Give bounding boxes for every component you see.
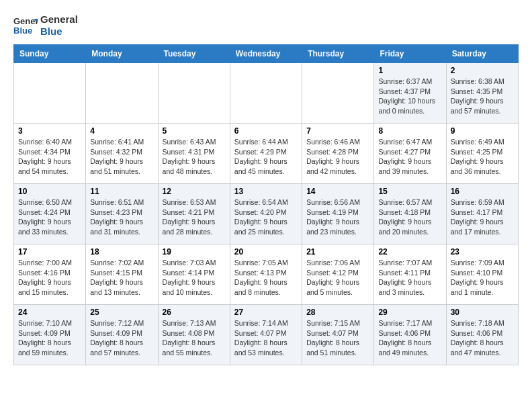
- calendar-cell: 2Sunrise: 6:38 AM Sunset: 4:35 PM Daylig…: [446, 63, 518, 124]
- calendar-cell: 14Sunrise: 6:56 AM Sunset: 4:19 PM Dayli…: [302, 184, 374, 244]
- day-number: 29: [378, 308, 441, 317]
- day-number: 24: [18, 308, 81, 317]
- weekday-wednesday: Wednesday: [230, 45, 302, 63]
- day-info: Sunrise: 7:00 AM Sunset: 4:16 PM Dayligh…: [18, 258, 81, 298]
- day-info: Sunrise: 6:43 AM Sunset: 4:31 PM Dayligh…: [163, 137, 226, 177]
- day-info: Sunrise: 6:50 AM Sunset: 4:24 PM Dayligh…: [18, 197, 81, 237]
- day-number: 30: [451, 308, 514, 317]
- day-info: Sunrise: 6:47 AM Sunset: 4:27 PM Dayligh…: [378, 137, 441, 177]
- day-info: Sunrise: 6:51 AM Sunset: 4:23 PM Dayligh…: [90, 197, 153, 237]
- calendar-cell: 9Sunrise: 6:49 AM Sunset: 4:25 PM Daylig…: [446, 124, 518, 184]
- day-number: 28: [306, 308, 369, 317]
- calendar-cell: 7Sunrise: 6:46 AM Sunset: 4:28 PM Daylig…: [302, 124, 374, 184]
- weekday-thursday: Thursday: [302, 45, 374, 63]
- logo-blue-text: Blue: [40, 26, 78, 38]
- day-info: Sunrise: 6:49 AM Sunset: 4:25 PM Dayligh…: [451, 137, 514, 177]
- day-number: 8: [378, 126, 441, 136]
- week-row-3: 10Sunrise: 6:50 AM Sunset: 4:24 PM Dayli…: [14, 184, 519, 244]
- calendar-cell: 15Sunrise: 6:57 AM Sunset: 4:18 PM Dayli…: [374, 184, 446, 244]
- calendar-cell: 5Sunrise: 6:43 AM Sunset: 4:31 PM Daylig…: [158, 124, 230, 184]
- week-row-1: 1Sunrise: 6:37 AM Sunset: 4:37 PM Daylig…: [14, 63, 519, 124]
- calendar-cell: 26Sunrise: 7:13 AM Sunset: 4:08 PM Dayli…: [158, 305, 230, 365]
- day-info: Sunrise: 7:05 AM Sunset: 4:13 PM Dayligh…: [234, 258, 298, 298]
- calendar-cell: 24Sunrise: 7:10 AM Sunset: 4:09 PM Dayli…: [14, 305, 86, 365]
- calendar-cell: 22Sunrise: 7:07 AM Sunset: 4:11 PM Dayli…: [374, 244, 446, 305]
- calendar-cell: 20Sunrise: 7:05 AM Sunset: 4:13 PM Dayli…: [230, 244, 302, 305]
- day-info: Sunrise: 6:57 AM Sunset: 4:18 PM Dayligh…: [378, 197, 441, 237]
- weekday-sunday: Sunday: [14, 45, 86, 63]
- day-number: 9: [451, 126, 514, 136]
- weekday-saturday: Saturday: [446, 45, 518, 63]
- calendar-cell: 27Sunrise: 7:14 AM Sunset: 4:07 PM Dayli…: [230, 305, 302, 365]
- calendar-table: SundayMondayTuesdayWednesdayThursdayFrid…: [13, 44, 519, 365]
- weekday-header-row: SundayMondayTuesdayWednesdayThursdayFrid…: [14, 45, 519, 63]
- calendar-cell: 13Sunrise: 6:54 AM Sunset: 4:20 PM Dayli…: [230, 184, 302, 244]
- day-info: Sunrise: 7:15 AM Sunset: 4:07 PM Dayligh…: [306, 318, 369, 358]
- weekday-friday: Friday: [374, 45, 446, 63]
- day-number: 22: [378, 247, 441, 257]
- weekday-monday: Monday: [86, 45, 158, 63]
- day-number: 11: [90, 187, 153, 196]
- svg-text:Blue: Blue: [13, 26, 32, 36]
- calendar-cell: 11Sunrise: 6:51 AM Sunset: 4:23 PM Dayli…: [86, 184, 158, 244]
- day-number: 12: [163, 187, 226, 196]
- day-number: 18: [90, 247, 153, 257]
- day-number: 5: [163, 126, 226, 136]
- day-number: 20: [234, 247, 298, 257]
- calendar-cell: 16Sunrise: 6:59 AM Sunset: 4:17 PM Dayli…: [446, 184, 518, 244]
- calendar-cell: 10Sunrise: 6:50 AM Sunset: 4:24 PM Dayli…: [14, 184, 86, 244]
- day-info: Sunrise: 7:09 AM Sunset: 4:10 PM Dayligh…: [451, 258, 514, 298]
- page-header: General Blue General Blue: [13, 13, 519, 38]
- calendar-cell: 6Sunrise: 6:44 AM Sunset: 4:29 PM Daylig…: [230, 124, 302, 184]
- day-number: 27: [234, 308, 298, 317]
- day-info: Sunrise: 6:41 AM Sunset: 4:32 PM Dayligh…: [90, 137, 153, 177]
- calendar-cell: 3Sunrise: 6:40 AM Sunset: 4:34 PM Daylig…: [14, 124, 86, 184]
- day-number: 23: [451, 247, 514, 257]
- day-info: Sunrise: 7:10 AM Sunset: 4:09 PM Dayligh…: [18, 318, 81, 358]
- day-number: 19: [163, 247, 226, 257]
- day-number: 25: [90, 308, 153, 317]
- day-number: 6: [234, 126, 298, 136]
- day-number: 17: [18, 247, 81, 257]
- week-row-4: 17Sunrise: 7:00 AM Sunset: 4:16 PM Dayli…: [14, 244, 519, 305]
- calendar-cell: 4Sunrise: 6:41 AM Sunset: 4:32 PM Daylig…: [86, 124, 158, 184]
- day-number: 2: [451, 66, 514, 75]
- calendar-cell: 23Sunrise: 7:09 AM Sunset: 4:10 PM Dayli…: [446, 244, 518, 305]
- svg-text:General: General: [13, 16, 38, 26]
- calendar-cell: 17Sunrise: 7:00 AM Sunset: 4:16 PM Dayli…: [14, 244, 86, 305]
- calendar-cell: 29Sunrise: 7:17 AM Sunset: 4:06 PM Dayli…: [374, 305, 446, 365]
- day-info: Sunrise: 6:46 AM Sunset: 4:28 PM Dayligh…: [306, 137, 369, 177]
- week-row-5: 24Sunrise: 7:10 AM Sunset: 4:09 PM Dayli…: [14, 305, 519, 365]
- calendar-cell: 30Sunrise: 7:18 AM Sunset: 4:06 PM Dayli…: [446, 305, 518, 365]
- day-info: Sunrise: 7:06 AM Sunset: 4:12 PM Dayligh…: [306, 258, 369, 298]
- week-row-2: 3Sunrise: 6:40 AM Sunset: 4:34 PM Daylig…: [14, 124, 519, 184]
- day-info: Sunrise: 7:03 AM Sunset: 4:14 PM Dayligh…: [163, 258, 226, 298]
- day-info: Sunrise: 7:13 AM Sunset: 4:08 PM Dayligh…: [163, 318, 226, 358]
- day-number: 21: [306, 247, 369, 257]
- day-info: Sunrise: 6:59 AM Sunset: 4:17 PM Dayligh…: [451, 197, 514, 237]
- weekday-tuesday: Tuesday: [158, 45, 230, 63]
- calendar-cell: 1Sunrise: 6:37 AM Sunset: 4:37 PM Daylig…: [374, 63, 446, 124]
- day-info: Sunrise: 6:44 AM Sunset: 4:29 PM Dayligh…: [234, 137, 298, 177]
- calendar-cell: 8Sunrise: 6:47 AM Sunset: 4:27 PM Daylig…: [374, 124, 446, 184]
- day-info: Sunrise: 7:12 AM Sunset: 4:09 PM Dayligh…: [90, 318, 153, 358]
- day-number: 13: [234, 187, 298, 196]
- calendar-cell: [86, 63, 158, 124]
- calendar-cell: [302, 63, 374, 124]
- day-info: Sunrise: 6:38 AM Sunset: 4:35 PM Dayligh…: [451, 77, 514, 116]
- day-info: Sunrise: 7:07 AM Sunset: 4:11 PM Dayligh…: [378, 258, 441, 298]
- calendar-cell: [230, 63, 302, 124]
- day-number: 26: [163, 308, 226, 317]
- day-number: 14: [306, 187, 369, 196]
- calendar-cell: [158, 63, 230, 124]
- calendar-cell: 25Sunrise: 7:12 AM Sunset: 4:09 PM Dayli…: [86, 305, 158, 365]
- day-info: Sunrise: 6:56 AM Sunset: 4:19 PM Dayligh…: [306, 197, 369, 237]
- calendar-cell: 12Sunrise: 6:53 AM Sunset: 4:21 PM Dayli…: [158, 184, 230, 244]
- day-info: Sunrise: 7:14 AM Sunset: 4:07 PM Dayligh…: [234, 318, 298, 358]
- calendar-cell: 18Sunrise: 7:02 AM Sunset: 4:15 PM Dayli…: [86, 244, 158, 305]
- logo-general-text: General: [40, 13, 78, 26]
- calendar-cell: 21Sunrise: 7:06 AM Sunset: 4:12 PM Dayli…: [302, 244, 374, 305]
- day-info: Sunrise: 6:37 AM Sunset: 4:37 PM Dayligh…: [378, 77, 441, 116]
- day-number: 4: [90, 126, 153, 136]
- day-info: Sunrise: 6:40 AM Sunset: 4:34 PM Dayligh…: [18, 137, 81, 177]
